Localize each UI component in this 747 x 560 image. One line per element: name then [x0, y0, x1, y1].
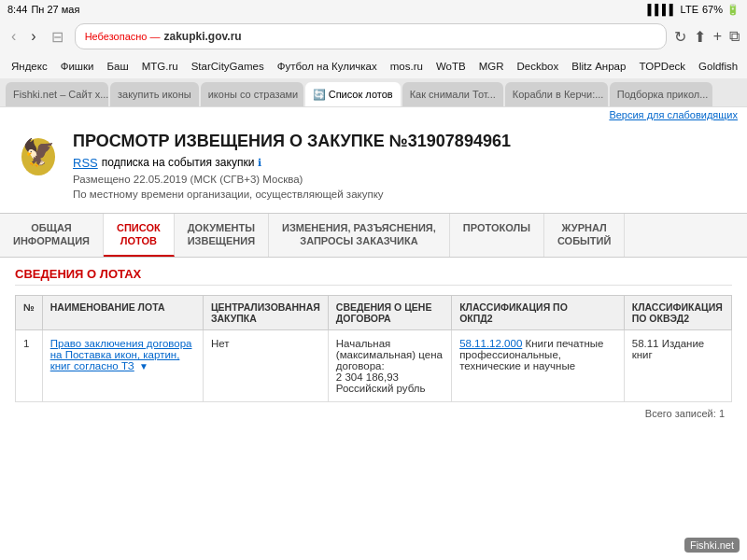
col-okpd2: КЛАССИФИКАЦИЯ ПООКПД2 — [452, 296, 625, 330]
table-row: 1 Право заключения договора на Поставка … — [16, 330, 732, 402]
share-button[interactable]: ⬆ — [694, 28, 706, 46]
bookmark-yandex[interactable]: Яндекс — [6, 59, 53, 74]
placement-line2: По местному времени организации, осущест… — [73, 189, 511, 200]
tab-shooting[interactable]: Как снимали Тот... — [402, 82, 503, 106]
new-tab-button[interactable]: + — [713, 28, 722, 45]
bookmark-topdeck[interactable]: TOPDeck — [633, 59, 691, 74]
accessibility-bar: Версия для слабовидящих — [0, 107, 747, 122]
okpd2-link[interactable]: 58.11.12.000 — [459, 338, 522, 349]
tab-general-info[interactable]: ОБЩАЯИНФОРМАЦИЯ — [0, 214, 104, 258]
tab-icon-active: 🔄 — [313, 89, 326, 101]
section-title: СВЕДЕНИЯ О ЛОТАХ — [15, 267, 732, 286]
col-name: НАИМЕНОВАНИЕ ЛОТА — [42, 296, 203, 330]
back-button[interactable]: ‹ — [7, 26, 20, 47]
bookmark-mtg[interactable]: MTG.ru — [136, 59, 184, 74]
col-num: № — [16, 296, 43, 330]
rss-description: подписка на события закупки — [102, 156, 255, 169]
svg-text:🦅: 🦅 — [22, 137, 55, 168]
total-records: Всего записей: 1 — [15, 402, 732, 425]
cell-lot-name: Право заключения договора на Поставка ик… — [42, 330, 203, 402]
reload-button[interactable]: ↻ — [674, 28, 686, 46]
bookmark-bash[interactable]: Баш — [102, 59, 134, 74]
bookmark-wotb[interactable]: WoTB — [430, 59, 472, 74]
watermark: Fishki.net — [684, 538, 740, 553]
tabs-bar: Fishki.net – Сайт х... закупить иконы ик… — [0, 78, 747, 106]
network-type: LTE — [681, 4, 698, 15]
signal-icon: ▌▌▌▌ — [647, 4, 676, 15]
info-icon[interactable]: ℹ — [258, 157, 261, 169]
bookmarks-bar: Яндекс Фишки Баш MTG.ru StarCityGames Фу… — [0, 54, 747, 78]
nav-bar: ‹ › ⊟ Небезопасно — zakupki.gov.ru ↻ ⬆ +… — [0, 19, 747, 54]
tab-lots[interactable]: 🔄 Список лотов — [305, 82, 401, 106]
tabs-button[interactable]: ⧉ — [729, 28, 740, 45]
bookmark-starcity[interactable]: StarCityGames — [186, 59, 270, 74]
cell-num: 1 — [16, 330, 43, 402]
tab-events[interactable]: ЖУРНАЛСОБЫТИЙ — [544, 214, 625, 258]
browser-chrome: ‹ › ⊟ Небезопасно — zakupki.gov.ru ↻ ⬆ +… — [0, 19, 747, 107]
page-header: 🦅 ПРОСМОТР ИЗВЕЩЕНИЯ О ЗАКУПКЕ №31907894… — [0, 122, 747, 205]
lots-section: СВЕДЕНИЯ О ЛОТАХ № НАИМЕНОВАНИЕ ЛОТА ЦЕН… — [0, 258, 747, 434]
tab-documents[interactable]: ДОКУМЕНТЫИЗВЕЩЕНИЯ — [175, 214, 269, 258]
cell-okpd2: 58.11.12.000 Книги печатные профессионал… — [452, 330, 625, 402]
coat-of-arms: 🦅 — [15, 132, 62, 183]
lots-table: № НАИМЕНОВАНИЕ ЛОТА ЦЕНТРАЛИЗОВАННАЯЗАКУ… — [15, 295, 732, 402]
lot-name-link[interactable]: Право заключения договора на Поставка ик… — [50, 338, 192, 371]
bookmark-deckbox[interactable]: Deckbox — [512, 59, 565, 74]
cell-centralized: Нет — [203, 330, 328, 402]
bookmark-fishki[interactable]: Фишки — [55, 59, 100, 74]
tab-lots-list[interactable]: СПИСОКЛОТОВ — [104, 214, 175, 258]
accessibility-link[interactable]: Версия для слабовидящих — [609, 109, 738, 120]
col-okved2: КЛАССИФИКАЦИЯПО ОКВЭД2 — [624, 296, 731, 330]
tab-icons-strazy[interactable]: иконы со стразами — [201, 82, 303, 106]
url-display: zakupki.gov.ru — [164, 30, 242, 43]
rss-line: RSS подписка на события закупки ℹ — [73, 156, 511, 170]
bookmark-football[interactable]: Футбол на Куличках — [272, 59, 383, 74]
rss-link[interactable]: RSS — [73, 156, 98, 170]
bookmark-mgr[interactable]: MGR — [473, 59, 510, 74]
page-content: Версия для слабовидящих 🦅 ПРОСМОТР ИЗВЕЩ… — [0, 107, 747, 560]
battery: 67% — [702, 4, 723, 15]
expand-icon[interactable]: ▼ — [139, 361, 148, 371]
tab-protocols[interactable]: ПРОТОКОЛЫ — [450, 214, 544, 258]
header-text: ПРОСМОТР ИЗВЕЩЕНИЯ О ЗАКУПКЕ №3190789496… — [73, 132, 511, 200]
tab-fishki[interactable]: Fishki.net – Сайт х... — [6, 82, 108, 106]
tab-changes[interactable]: ИЗМЕНЕНИЯ, РАЗЪЯСНЕНИЯ,ЗАПРОСЫ ЗАКАЗЧИКА — [269, 214, 450, 258]
status-bar: 8:44 Пн 27 мая ▌▌▌▌ LTE 67% 🔋 — [0, 0, 747, 19]
section-nav: ОБЩАЯИНФОРМАЦИЯ СПИСОКЛОТОВ ДОКУМЕНТЫИЗВ… — [0, 213, 747, 259]
bookmark-mos[interactable]: mos.ru — [385, 59, 429, 74]
bookmark-blitz[interactable]: Blitz Анрар — [566, 59, 631, 74]
battery-icon: 🔋 — [726, 4, 740, 16]
tab-ships[interactable]: Корабли в Керчи:... — [505, 82, 608, 106]
date: Пн 27 мая — [31, 4, 79, 15]
bookmark-goldfish[interactable]: Goldfish — [693, 59, 743, 74]
address-bar[interactable]: Небезопасно — zakupki.gov.ru — [75, 23, 667, 49]
table-header-row: № НАИМЕНОВАНИЕ ЛОТА ЦЕНТРАЛИЗОВАННАЯЗАКУ… — [16, 296, 732, 330]
reader-button[interactable]: ⊟ — [48, 26, 67, 48]
col-price: СВЕДЕНИЯ О ЦЕНЕДОГОВОРА — [328, 296, 451, 330]
col-centralized: ЦЕНТРАЛИЗОВАННАЯЗАКУПКА — [203, 296, 328, 330]
cell-okved2: 58.11 Издание книг — [624, 330, 731, 402]
placement-line1: Размещено 22.05.2019 (МСК (СГВ+3) Москва… — [73, 174, 511, 185]
cell-price: Начальная (максимальная) цена договора: … — [328, 330, 451, 402]
page-title: ПРОСМОТР ИЗВЕЩЕНИЯ О ЗАКУПКЕ №3190789496… — [73, 132, 511, 152]
time: 8:44 — [7, 4, 27, 15]
forward-button[interactable]: › — [27, 26, 39, 47]
tab-compilation[interactable]: Подборка прикол... — [610, 82, 712, 106]
insecure-label: Небезопасно — — [85, 31, 161, 42]
tab-icons[interactable]: закупить иконы — [110, 82, 199, 106]
